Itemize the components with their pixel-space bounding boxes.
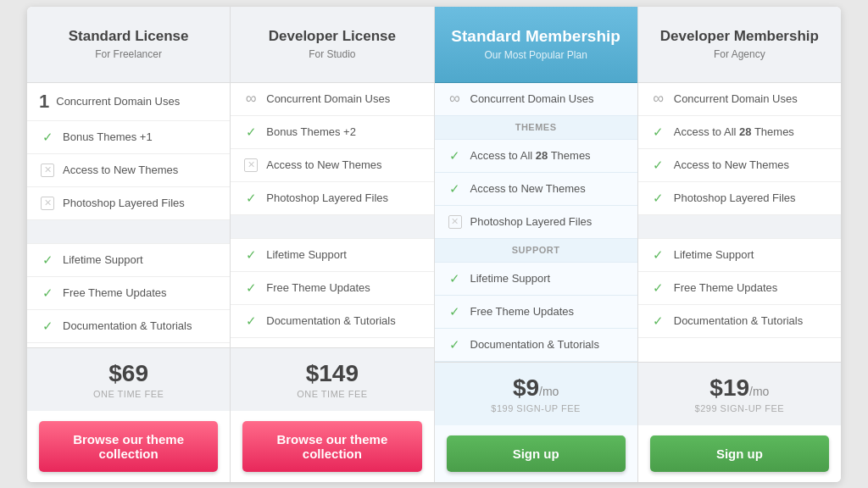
domain-number: 1 — [39, 91, 49, 113]
feature-text: Access to New Themes — [266, 158, 421, 171]
check-icon: ✓ — [242, 190, 259, 207]
support-row-2: ✓Documentation & Tutorials — [435, 329, 637, 362]
feature-row-2: ✓Photoshop Layered Files — [638, 182, 841, 215]
feature-row-2: ✕Photoshop Layered Files — [435, 206, 637, 239]
plan-title: Developer License — [242, 28, 421, 45]
support-text: Free Theme Updates — [470, 305, 626, 318]
support-text: Free Theme Updates — [266, 281, 421, 294]
support-row-0: ✓Lifetime Support — [435, 263, 637, 296]
check-icon: ✓ — [447, 180, 464, 197]
infinity-icon: ∞ — [650, 91, 667, 108]
plan-header: Developer License For Studio — [231, 7, 433, 83]
plan-header: Standard Membership Our Most Popular Pla… — [435, 7, 637, 83]
support-row-1: ✓Free Theme Updates — [638, 272, 841, 305]
check-icon: ✓ — [242, 313, 259, 330]
price-sub: $299 SIGN-UP FEE — [650, 403, 829, 413]
support-text: Lifetime Support — [470, 272, 626, 285]
price-display: $69 — [39, 360, 218, 387]
check-icon: ✓ — [39, 285, 56, 302]
plan-pricing: $149 ONE TIME FEE — [231, 347, 433, 411]
feature-row-0: ✓Access to All 28 Themes — [638, 116, 841, 149]
feature-text: Bonus Themes +1 — [63, 130, 218, 143]
browse-button[interactable]: Browse our theme collection — [242, 421, 421, 472]
plan-body: ∞Concurrent Domain UsesTHEMES✓Access to … — [435, 83, 637, 362]
plan-standard-license: Standard License For Freelancer 1Concurr… — [27, 7, 231, 482]
feature-row-1: ✓Access to New Themes — [435, 173, 637, 206]
price-sub: $199 SIGN-UP FEE — [447, 403, 626, 413]
feature-row-0: ✓Bonus Themes +2 — [231, 116, 433, 149]
price-display: $9/mo — [447, 374, 626, 402]
check-icon: ✓ — [650, 313, 667, 330]
check-icon: ✓ — [447, 147, 464, 164]
feature-text: Access to New Themes — [674, 158, 829, 171]
plan-title: Standard Membership — [447, 27, 626, 47]
spacer-row — [27, 220, 230, 244]
feature-row-1: ✕Access to New Themes — [231, 149, 433, 182]
domain-label: Concurrent Domain Uses — [266, 92, 421, 105]
support-text: Lifetime Support — [266, 248, 421, 261]
support-row-1: ✓Free Theme Updates — [435, 296, 637, 329]
price-display: $19/mo — [650, 374, 829, 402]
check-icon: ✓ — [650, 124, 667, 141]
price-main: $69 — [108, 360, 148, 386]
price-display: $149 — [242, 360, 421, 387]
domain-row: ∞Concurrent Domain Uses — [435, 83, 637, 116]
themes-section-label: THEMES — [435, 116, 637, 140]
check-icon: ✓ — [650, 280, 667, 297]
plan-footer: Sign up — [638, 425, 841, 482]
price-main: $9 — [513, 374, 539, 401]
domain-row: ∞Concurrent Domain Uses — [638, 83, 841, 116]
pricing-table: Standard License For Freelancer 1Concurr… — [27, 7, 841, 482]
support-text: Documentation & Tutorials — [63, 319, 218, 332]
support-row-1: ✓Free Theme Updates — [27, 277, 230, 310]
plan-footer: Browse our theme collection — [231, 411, 433, 482]
domain-label: Concurrent Domain Uses — [470, 92, 626, 105]
check-icon: ✓ — [242, 280, 259, 297]
support-text: Documentation & Tutorials — [470, 338, 626, 351]
check-icon: ✓ — [447, 303, 464, 320]
plan-subtitle: For Studio — [242, 48, 421, 60]
support-row-0: ✓Lifetime Support — [27, 244, 230, 277]
check-icon: ✓ — [650, 190, 667, 207]
feature-row-2: ✓Photoshop Layered Files — [231, 182, 433, 215]
feature-text: Photoshop Layered Files — [63, 197, 218, 209]
cross-icon: ✕ — [39, 162, 56, 179]
signup-button[interactable]: Sign up — [650, 435, 829, 472]
feature-text: Access to All 28 Themes — [674, 125, 829, 138]
domain-row: ∞Concurrent Domain Uses — [231, 83, 433, 116]
check-icon: ✓ — [447, 270, 464, 287]
plan-title: Standard License — [39, 28, 218, 45]
price-period: /mo — [539, 385, 559, 398]
price-sub: ONE TIME FEE — [242, 389, 421, 399]
feature-text: Access to New Themes — [470, 182, 626, 195]
plan-pricing: $19/mo $299 SIGN-UP FEE — [638, 362, 841, 425]
plan-footer: Sign up — [435, 425, 637, 482]
feature-text: Access to New Themes — [63, 164, 218, 176]
feature-text: Photoshop Layered Files — [470, 215, 626, 228]
cross-icon: ✕ — [447, 214, 464, 230]
support-row-2: ✓Documentation & Tutorials — [638, 305, 841, 338]
spacer-row — [638, 215, 841, 239]
infinity-icon: ∞ — [447, 91, 464, 108]
check-icon: ✓ — [39, 129, 56, 146]
feature-text: Bonus Themes +2 — [266, 125, 421, 138]
support-row-2: ✓Documentation & Tutorials — [27, 310, 230, 343]
check-icon: ✓ — [242, 247, 259, 263]
plan-pricing: $69 ONE TIME FEE — [27, 347, 230, 411]
support-row-2: ✓Documentation & Tutorials — [231, 305, 433, 338]
browse-button[interactable]: Browse our theme collection — [39, 421, 218, 472]
plan-developer-license: Developer License For Studio ∞Concurrent… — [231, 7, 434, 482]
feature-text: Photoshop Layered Files — [266, 191, 421, 204]
plan-footer: Browse our theme collection — [27, 411, 230, 482]
signup-button[interactable]: Sign up — [447, 435, 626, 472]
cross-icon: ✕ — [39, 195, 56, 212]
plan-subtitle: For Agency — [650, 48, 829, 60]
price-main: $19 — [709, 374, 749, 401]
domain-row: 1Concurrent Domain Uses — [27, 83, 230, 121]
feature-row-0: ✓Access to All 28 Themes — [435, 140, 637, 173]
feature-row-1: ✕Access to New Themes — [27, 154, 230, 187]
check-icon: ✓ — [39, 252, 56, 269]
infinity-icon: ∞ — [242, 91, 259, 108]
support-section-label: SUPPORT — [435, 239, 637, 263]
feature-row-2: ✕Photoshop Layered Files — [27, 187, 230, 220]
